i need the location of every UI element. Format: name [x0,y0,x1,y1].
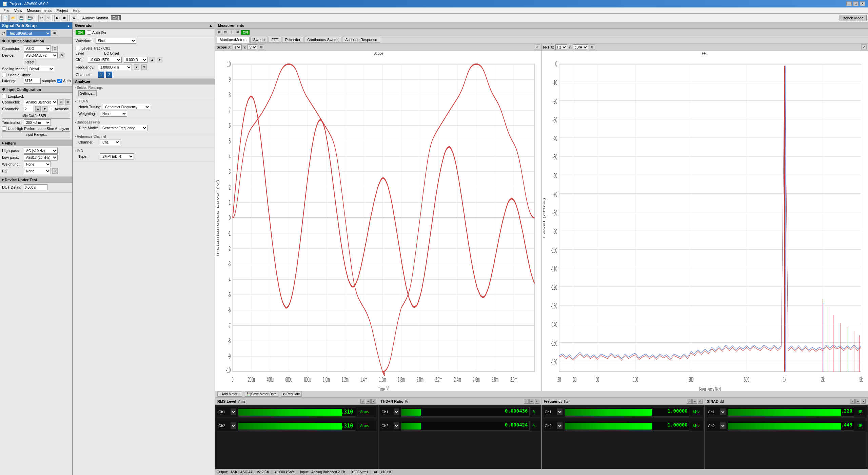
rms-menu-btn[interactable]: ─ [366,399,371,404]
menu-view[interactable]: View [12,7,24,14]
output-config-header[interactable]: ⊕ Output Configuration [0,38,72,44]
tab-recorder[interactable]: Recorder [282,37,303,43]
open-button[interactable]: 📂 [9,15,17,21]
enable-dither-checkbox[interactable] [2,73,6,77]
freq-down-btn[interactable]: ▼ [141,64,147,70]
scope-y-unit[interactable]: V [248,44,257,50]
levels-track-checkbox[interactable] [76,46,80,50]
dc-offset-select[interactable]: 0.000 D [124,57,147,63]
thd-ch1-dropdown[interactable]: ▼ [394,408,399,415]
thd-ch2-dropdown[interactable]: ▼ [394,422,399,429]
scope-maximize-btn[interactable]: ⤢ [535,44,540,50]
menu-project[interactable]: Project [54,7,70,14]
fft-expand-btn[interactable]: ⊞ [590,44,595,50]
scaling-select[interactable]: Digital [27,66,54,72]
rms-expand-btn[interactable]: ⤢ [360,399,365,404]
mic-cal-button[interactable]: Mic Cal / dBSPL... [2,113,70,119]
expand-icon[interactable]: ▲ [67,24,70,28]
dut-delay-input[interactable] [24,184,47,190]
run-button[interactable]: ▶ [54,15,60,21]
close-button[interactable]: ✕ [860,1,865,6]
fft-x-unit[interactable]: Hz [555,44,567,50]
undo-button[interactable]: ↩ [38,15,44,21]
save-meter-data-button[interactable]: 💾 Save Meter Data [245,392,278,397]
tab-acoustic-response[interactable]: Acoustic Response [342,37,380,43]
highpass-select[interactable]: AC (<10 Hz) [24,148,58,154]
save-button[interactable]: 💾 [18,15,25,21]
freq-ch2-dropdown[interactable]: ▼ [557,422,563,429]
tab-toolbar-btn3[interactable]: ↕ [229,30,234,35]
thd-menu-btn[interactable]: ─ [529,399,534,404]
eq-select[interactable]: None [24,168,51,174]
high-perf-checkbox[interactable] [2,126,6,131]
sinad-ch2-dropdown[interactable]: ▼ [720,422,726,429]
thd-close-btn[interactable]: ✕ [535,399,539,404]
config-button[interactable]: ⚙ [71,15,77,21]
sinad-ch1-dropdown[interactable]: ▼ [720,408,726,415]
freq-close-btn[interactable]: ✕ [698,399,703,404]
tab-sweep[interactable]: Sweep [250,37,268,43]
tab-toolbar-btn1[interactable]: ⊞ [217,30,222,35]
ch2-btn[interactable]: 2 [106,72,112,78]
input-config-header[interactable]: ⊕ Input Configuration [0,86,72,93]
imd-type-select[interactable]: SMPTE/DIN [100,153,134,159]
redo-button[interactable]: ↪ [45,15,51,21]
settings-button[interactable]: Settings... [78,90,97,96]
io-settings-button[interactable]: ⊞ [52,31,57,36]
device-config-button[interactable]: ⚙ [59,53,64,58]
sinad-menu-btn[interactable]: ─ [855,399,860,404]
io-dropdown[interactable]: Input/Output [6,30,51,36]
tab-fft[interactable]: FFT [269,37,281,43]
level-up-btn[interactable]: ▲ [150,57,155,62]
lowpass-select[interactable]: AES17 (20 kHz) [24,154,58,160]
freq-ch1-dropdown[interactable]: ▼ [557,408,563,415]
output-device-select[interactable]: ASIO4ALL v2 [24,52,58,58]
reset-button[interactable]: Reset [24,59,36,65]
freq-menu-btn[interactable]: ─ [692,399,697,404]
tune-mode-select[interactable]: Generator Frequency [100,125,147,131]
acoustic-checkbox[interactable] [49,107,53,111]
menu-file[interactable]: File [1,7,12,14]
menu-help[interactable]: Help [71,7,82,14]
eq-config-button[interactable]: ⊞ [52,168,58,174]
input-connector-select[interactable]: Analog Balanced [24,99,58,105]
freq-select[interactable]: 1.00000 kHz [98,64,132,70]
bench-mode-button[interactable]: Bench Mode [840,15,867,21]
input-range-button[interactable]: Input Range... [2,131,70,137]
auto-checkbox[interactable] [57,79,62,83]
input-channels-input[interactable] [24,106,34,112]
input-connector-btn1[interactable]: ⚙ [59,99,64,105]
minimize-button[interactable]: ─ [846,1,852,6]
scope-expand-btn[interactable]: ⊞ [259,44,264,50]
auto-on-checkbox[interactable] [87,30,91,35]
expand-gen-icon[interactable]: ▲ [209,23,213,27]
channels-up-btn[interactable]: ▲ [35,106,41,112]
output-connector-select[interactable]: ASIO [24,45,51,52]
fft-y-unit[interactable]: dBrA [573,44,588,50]
freq-up-btn[interactable]: ▲ [134,64,139,70]
input-connector-btn2[interactable]: ⊞ [65,99,71,105]
scope-x-unit[interactable]: s [233,44,242,50]
sinad-expand-btn[interactable]: ⤢ [850,399,855,404]
level-select[interactable]: -0.000 dBFS [88,57,122,63]
analyzer-weighting-select[interactable]: None [100,111,127,117]
tab-monitors-meters[interactable]: Monitors/Meters [217,37,250,43]
save-as-button[interactable]: 💾+ [26,15,35,21]
latency-input[interactable] [24,78,41,84]
loopback-checkbox[interactable] [2,94,6,98]
weighting-select[interactable]: None [24,161,51,167]
menu-measurements[interactable]: Measurements [25,7,54,14]
tab-toolbar-btn4[interactable]: ⊠ [235,30,240,35]
measure-on-indicator[interactable]: ON [241,30,250,35]
add-meter-button[interactable]: + Add Meter + [217,392,242,397]
waveform-select[interactable]: Sine [96,38,136,44]
ref-channel-select[interactable]: Ch1 [100,139,120,145]
ch1-btn[interactable]: 1 [98,72,104,78]
stop-button[interactable]: ⏹ [61,15,68,21]
filters-header[interactable]: ▸ Filters [0,140,72,146]
freq-expand-btn[interactable]: ⤢ [687,399,692,404]
fft-maximize-btn[interactable]: ⤢ [861,44,867,50]
sinad-close-btn[interactable]: ✕ [861,399,866,404]
channels-down-btn[interactable]: ▼ [42,106,47,112]
notch-tuning-select[interactable]: Generator Frequency [103,104,150,110]
